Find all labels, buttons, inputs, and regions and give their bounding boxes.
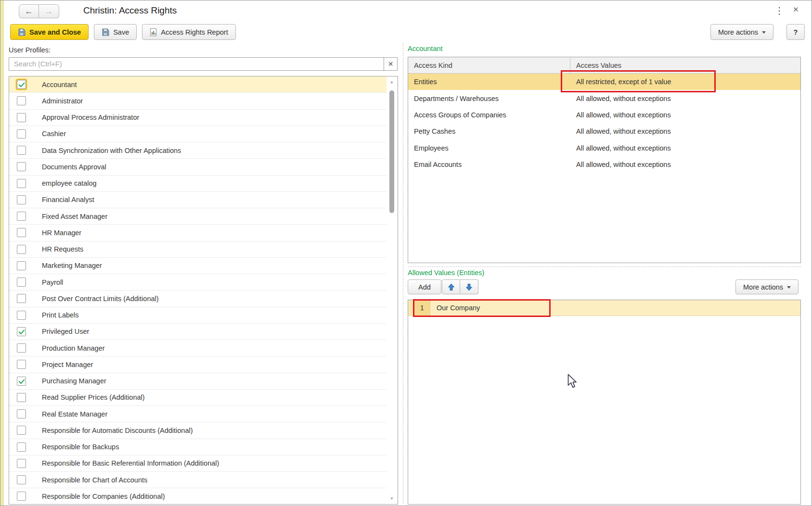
more-actions-button[interactable]: More actions	[710, 24, 773, 40]
search-clear-button[interactable]: ✕	[384, 58, 397, 70]
access-kind-row[interactable]: EntitiesAll restricted, except of 1 valu…	[408, 74, 800, 90]
toolbar: Save and Close Save Access Rights Report…	[10, 24, 805, 40]
profile-row[interactable]: Production Manager	[9, 340, 387, 356]
profile-row[interactable]: Responsible for Basic Referential Inform…	[9, 455, 387, 472]
profile-row[interactable]: Privileged User	[9, 324, 387, 340]
profile-row[interactable]: Approval Process Administrator	[9, 110, 387, 126]
access-kind-row[interactable]: Departments / WarehousesAll allowed, wit…	[408, 90, 800, 106]
access-rights-report-button[interactable]: Access Rights Report	[142, 24, 235, 40]
profile-row[interactable]: HR Requests	[9, 241, 387, 258]
profile-row[interactable]: Post Over Contract Limits (Additional)	[9, 291, 387, 307]
profile-row[interactable]: employee catalog	[9, 176, 387, 192]
horizontal-splitter[interactable]	[408, 266, 801, 267]
checkbox-unchecked[interactable]	[17, 129, 26, 139]
checkbox-unchecked[interactable]	[17, 278, 26, 287]
profile-row[interactable]: Real Estate Manager	[9, 406, 387, 422]
move-down-button[interactable]	[460, 279, 478, 294]
profile-name-label: Marketing Manager	[42, 262, 102, 269]
checkbox-checked[interactable]	[17, 80, 26, 89]
checkbox-unchecked[interactable]	[17, 146, 26, 155]
row-margin-cell	[408, 300, 414, 316]
checkbox-unchecked[interactable]	[17, 443, 26, 452]
checkbox-unchecked[interactable]	[17, 475, 26, 484]
checkbox-unchecked[interactable]	[17, 96, 26, 105]
access-kind-column-header[interactable]: Access Kind	[408, 57, 570, 73]
profile-name-label: Responsible for Basic Referential Inform…	[42, 459, 219, 467]
scroll-up-icon[interactable]: ▲	[387, 80, 397, 84]
forward-arrow-icon: →	[45, 7, 53, 16]
profile-name-label: Read Supplier Prices (Additional)	[42, 393, 145, 401]
profile-row[interactable]: Cashier	[9, 126, 387, 142]
access-kind-row[interactable]: Email AccountsAll allowed, without excep…	[408, 156, 800, 173]
move-up-button[interactable]	[442, 279, 460, 294]
nav-history-group: ← →	[19, 4, 59, 18]
access-kind-row[interactable]: EmployeesAll allowed, without exceptions	[408, 140, 800, 156]
profile-row[interactable]: Project Manager	[9, 356, 387, 373]
checkbox-unchecked[interactable]	[17, 311, 26, 320]
kebab-menu-icon[interactable]: ⋮	[774, 5, 784, 16]
close-icon[interactable]: ✕	[793, 5, 799, 14]
checkbox-unchecked[interactable]	[17, 195, 26, 204]
allowed-value-cell: Our Company	[430, 300, 800, 316]
profile-row[interactable]: Payroll	[9, 274, 387, 291]
profile-row[interactable]: Marketing Manager	[9, 258, 387, 274]
back-button[interactable]: ←	[19, 4, 39, 18]
checkbox-unchecked[interactable]	[17, 179, 26, 188]
scrollbar-thumb[interactable]	[389, 90, 394, 213]
checkbox-unchecked[interactable]	[17, 228, 26, 237]
checkbox-unchecked[interactable]	[17, 393, 26, 402]
checkbox-unchecked[interactable]	[17, 360, 26, 369]
checkbox-unchecked[interactable]	[17, 492, 26, 501]
profile-row[interactable]: Fixed Asset Manager	[9, 208, 387, 225]
profile-name-label: Privileged User	[42, 328, 89, 335]
search-input[interactable]	[9, 58, 384, 70]
profile-row[interactable]: Administrator	[9, 93, 387, 109]
help-button[interactable]: ?	[786, 24, 805, 40]
profile-name-label: Data Synchronization with Other Applicat…	[42, 147, 181, 154]
search-box: ✕	[9, 57, 398, 71]
profile-row[interactable]: Responsible for Automatic Discounts (Add…	[9, 422, 387, 439]
profile-row[interactable]: Financial Analyst	[9, 192, 387, 208]
allowed-values-more-actions-button[interactable]: More actions	[735, 279, 799, 294]
checkbox-unchecked[interactable]	[17, 261, 26, 270]
profile-row[interactable]: Purchasing Manager	[9, 373, 387, 390]
checkbox-unchecked[interactable]	[17, 113, 26, 122]
profile-name-label: Documents Approval	[42, 163, 106, 171]
profile-row[interactable]: Print Labels	[9, 307, 387, 324]
profile-name-label: Purchasing Manager	[42, 377, 106, 385]
checkbox-unchecked[interactable]	[17, 245, 26, 254]
add-button[interactable]: Add	[408, 279, 441, 294]
access-kind-row[interactable]: Petty CashesAll allowed, without excepti…	[408, 123, 800, 139]
allowed-values-label: Allowed Values (Entities)	[408, 269, 484, 277]
access-table-header: Access Kind Access Values	[408, 57, 800, 74]
profile-row[interactable]: HR Manager	[9, 225, 387, 241]
profile-row[interactable]: Data Synchronization with Other Applicat…	[9, 142, 387, 159]
checkbox-checked[interactable]	[17, 327, 26, 336]
access-kind-row[interactable]: Access Groups of CompaniesAll allowed, w…	[408, 107, 800, 123]
more-actions-label: More actions	[718, 28, 758, 36]
allowed-value-row[interactable]: 1Our Company	[408, 300, 800, 316]
profile-row[interactable]: Documents Approval	[9, 159, 387, 175]
left-edge-strip	[0, 0, 4, 506]
checkbox-unchecked[interactable]	[17, 426, 26, 435]
save-and-close-button[interactable]: Save and Close	[10, 24, 89, 40]
checkbox-unchecked[interactable]	[17, 343, 26, 353]
profile-row[interactable]: Responsible for Backups	[9, 439, 387, 455]
profile-row[interactable]: Read Supplier Prices (Additional)	[9, 390, 387, 406]
save-button[interactable]: Save	[94, 24, 137, 40]
access-values-column-header[interactable]: Access Values	[570, 57, 800, 73]
list-scrollbar[interactable]: ▲ ▼	[387, 77, 397, 504]
checkbox-checked[interactable]	[17, 377, 26, 386]
forward-button[interactable]: →	[39, 4, 59, 18]
checkbox-unchecked[interactable]	[17, 162, 26, 171]
profile-name-label: Responsible for Backups	[42, 443, 119, 451]
profile-row[interactable]: Accountant	[9, 76, 387, 93]
scroll-down-icon[interactable]: ▼	[387, 496, 397, 501]
checkbox-unchecked[interactable]	[17, 212, 26, 221]
checkbox-unchecked[interactable]	[17, 294, 26, 303]
profile-row[interactable]: Responsible for Chart of Accounts	[9, 472, 387, 488]
checkbox-unchecked[interactable]	[17, 409, 26, 418]
profile-row[interactable]: Responsible for Companies (Additional)	[9, 488, 387, 505]
vertical-splitter[interactable]	[403, 43, 403, 504]
checkbox-unchecked[interactable]	[17, 459, 26, 468]
